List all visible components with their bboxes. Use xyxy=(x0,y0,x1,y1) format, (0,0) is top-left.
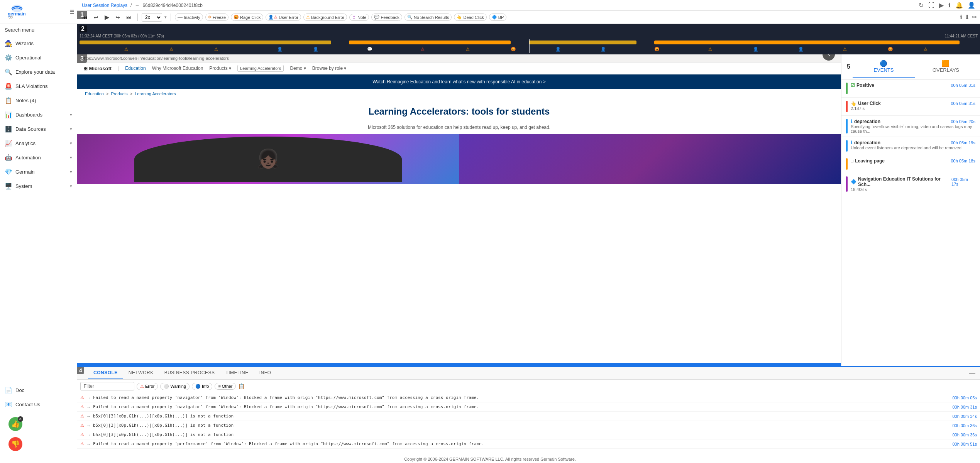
console-export-icon[interactable]: 📋 xyxy=(238,383,245,389)
bp-tag[interactable]: 🔷 BP xyxy=(489,14,507,21)
play-icon[interactable]: ▶ xyxy=(939,2,944,9)
sidebar-item-automation[interactable]: 🤖 Automation ▾ xyxy=(0,150,77,165)
dead-click-tag[interactable]: 👆 Dead Click xyxy=(454,14,486,21)
rage-click-tag[interactable]: 😡 Rage Click xyxy=(231,14,263,21)
tab-network[interactable]: NETWORK xyxy=(123,367,159,379)
filter-warning-btn[interactable]: ⚪ Warning xyxy=(160,383,190,390)
event-time-user-click: 00h 05m 31s xyxy=(951,101,975,106)
console-row-6[interactable]: ⚠ → Failed to read a named property 'per… xyxy=(77,439,980,449)
hamburger-btn[interactable]: ☰ xyxy=(70,9,74,15)
user-error-tag[interactable]: 👤⚠ User Error xyxy=(266,14,301,21)
undo-btn[interactable]: ↩ xyxy=(92,13,100,22)
feedback-tag[interactable]: 💬 Feedback xyxy=(371,14,402,21)
event-item-positive[interactable]: ☑ Positive 00h 05m 31s xyxy=(841,79,980,98)
breadcrumb-parent[interactable]: User Session Replays xyxy=(82,3,127,8)
player-info-icon[interactable]: ℹ xyxy=(960,14,962,21)
sidebar-item-datasources[interactable]: 🗄️ Data Sources ▾ xyxy=(0,122,77,136)
row-6-error-icon: ⚠ xyxy=(80,441,84,446)
ms-nav-products[interactable]: Products ▾ xyxy=(209,66,231,71)
row-6-time[interactable]: 00h 00m 51s xyxy=(952,442,977,446)
user-click-icon: 👆 xyxy=(851,101,856,106)
event-row-dep-1: ℹ deprecation 00h 05m 20s Specifying `ov… xyxy=(846,119,975,133)
refresh-icon[interactable]: ↻ xyxy=(919,2,924,9)
info-icon[interactable]: ℹ xyxy=(948,2,951,9)
event-item-navigation[interactable]: 🔷 Navigation Education IT Solutions for … xyxy=(841,173,980,195)
sidebar-item-analytics[interactable]: 📈 Analytics ▾ xyxy=(0,136,77,150)
timeline-track[interactable]: ⚠ ⚠ ⚠ 👤 👤 💬 ⚠ ⚠ 😡 👤 👤 😡 ⚠ 👤 xyxy=(80,39,978,53)
sidebar-item-system[interactable]: 🖥️ System ▾ xyxy=(0,179,77,193)
note-tag[interactable]: 🗒 Note xyxy=(349,14,369,21)
ms-nav-why[interactable]: Why Microsoft Education xyxy=(152,66,203,71)
console-filter-input[interactable] xyxy=(80,382,134,390)
sidebar-item-doc[interactable]: 📄 Doc xyxy=(0,383,77,397)
tab-business-process[interactable]: BUSINESS PROCESS xyxy=(159,367,220,379)
filter-other-btn[interactable]: ≡ Other xyxy=(215,383,236,390)
sidebar-item-explore[interactable]: 🔍 Explore your data xyxy=(0,65,77,79)
row-2-time[interactable]: 00h 00m 31s xyxy=(952,405,977,409)
tab-timeline[interactable]: TIMELINE xyxy=(220,367,254,379)
inactivity-icon: — xyxy=(178,14,183,20)
sidebar-item-germain[interactable]: 💎 Germain ▾ xyxy=(0,165,77,179)
sidebar-item-dashboards[interactable]: 📊 Dashboards ▾ xyxy=(0,108,77,122)
marker-1: ⚠ xyxy=(124,47,128,52)
dep-2-icon: ℹ xyxy=(851,140,853,145)
console-row-2[interactable]: ⚠ → Failed to read a named property 'nav… xyxy=(77,402,980,412)
event-item-leaving-page[interactable]: □ Leaving page 00h 05m 18s xyxy=(841,155,980,173)
sidebar-item-notes[interactable]: 📋 Notes (4) xyxy=(0,93,77,108)
play-btn[interactable]: ▶ xyxy=(103,12,111,22)
console-row-4[interactable]: ⚠ → b5x[0][3][x0p.G1h(...)][x0p.G1h(...)… xyxy=(77,421,980,430)
console-row-1[interactable]: ⚠ → Failed to read a named property 'nav… xyxy=(77,393,980,402)
ms-nav-education[interactable]: Education xyxy=(125,66,146,71)
ms-nav-demo[interactable]: Demo ▾ xyxy=(290,66,306,71)
fullscreen-icon[interactable]: ⛶ xyxy=(928,2,934,9)
event-item-deprecation-2[interactable]: ℹ deprecation 00h 05m 19s Unload event l… xyxy=(841,137,980,155)
ms-nav-learning[interactable]: Learning Accelerators xyxy=(237,65,284,72)
bc-3[interactable]: Learning Accelerators xyxy=(135,91,176,96)
ms-nav-browse[interactable]: Browse by role ▾ xyxy=(312,66,347,71)
event-header-navigation: 🔷 Navigation Education IT Solutions for … xyxy=(851,176,975,187)
filter-error-btn[interactable]: ⚠ Error xyxy=(137,383,158,390)
row-4-text: b5x[0][3][x0p.G1h(...)][x0p.G1h(...)] is… xyxy=(93,423,950,428)
thumbs-down-fab[interactable]: 👎 xyxy=(8,437,22,451)
events-list: ☑ Positive 00h 05m 31s xyxy=(841,79,980,366)
bg-error-tag[interactable]: ⚠ Background Error xyxy=(303,14,347,21)
sidebar-item-wizards[interactable]: 🧙 Wizards xyxy=(0,36,77,51)
ms-page-subtitle: Microsoft 365 solutions for education ca… xyxy=(368,125,550,134)
player-more-icon[interactable]: ✏ xyxy=(972,14,977,21)
console-row-5[interactable]: ⚠ → b5x[0][3][x0p.G1h(...)][x0p.G1h(...)… xyxy=(77,430,980,439)
tab-console[interactable]: CONSOLE xyxy=(88,367,123,379)
event-item-deprecation-1[interactable]: ℹ deprecation 00h 05m 20s Specifying `ov… xyxy=(841,116,980,137)
bottom-minimize-btn[interactable]: — xyxy=(968,368,977,378)
inactivity-tag[interactable]: — Inactivity xyxy=(175,13,203,21)
player-download-icon[interactable]: ⬇ xyxy=(965,14,970,21)
svg-text:UX: UX xyxy=(8,15,14,19)
no-search-tag[interactable]: 🔍 No Search Results xyxy=(405,14,452,21)
filter-info-btn[interactable]: 🔵 Info xyxy=(192,383,212,390)
skip-forward-btn[interactable]: ⏭ xyxy=(124,13,134,22)
sidebar-item-sla[interactable]: 🚨 SLA Violations xyxy=(0,79,77,93)
row-3-time[interactable]: 00h 00m 34s xyxy=(952,414,977,419)
bottom-tabs: CONSOLE NETWORK BUSINESS PROCESS TIMELIN… xyxy=(77,367,980,380)
redo-btn[interactable]: ↪ xyxy=(113,13,122,22)
console-row-3[interactable]: ⚠ → b5x[0][3][x0p.G1h(...)][x0p.G1h(...)… xyxy=(77,412,980,421)
freeze-icon: ❄ xyxy=(208,15,212,20)
sidebar-item-contact[interactable]: 📧 Contact Us xyxy=(0,397,77,412)
tab-overlays[interactable]: 🟧 OVERLAYS xyxy=(915,56,977,78)
row-5-time[interactable]: 00h 00m 36s xyxy=(952,433,977,437)
row-4-time[interactable]: 00h 00m 36s xyxy=(952,423,977,428)
bc-1[interactable]: Education xyxy=(85,91,104,96)
datasources-chevron: ▾ xyxy=(70,127,72,132)
tab-events[interactable]: 🔵 EVENTS xyxy=(853,56,915,78)
event-item-user-click[interactable]: 👆 User Click 00h 05m 31s 2.187 s xyxy=(841,98,980,116)
tab-info[interactable]: INFO xyxy=(254,367,277,379)
row-1-time[interactable]: 00h 00m 05s xyxy=(952,395,977,400)
logo[interactable]: germain UX xyxy=(2,3,32,20)
bc-2[interactable]: Products xyxy=(111,91,127,96)
bell-icon[interactable]: 🔔 xyxy=(955,2,963,9)
sidebar-item-operational[interactable]: ⚙️ Operational xyxy=(0,51,77,65)
dashboards-chevron: ▾ xyxy=(70,112,72,117)
speed-select[interactable]: 2x 0.5x 1x 1.5x 4x xyxy=(142,13,162,22)
freeze-tag[interactable]: ❄ Freeze xyxy=(205,14,228,21)
thumbs-up-fab[interactable]: 👍 ✕ xyxy=(8,417,22,431)
user-icon[interactable]: 👤 xyxy=(968,2,975,9)
